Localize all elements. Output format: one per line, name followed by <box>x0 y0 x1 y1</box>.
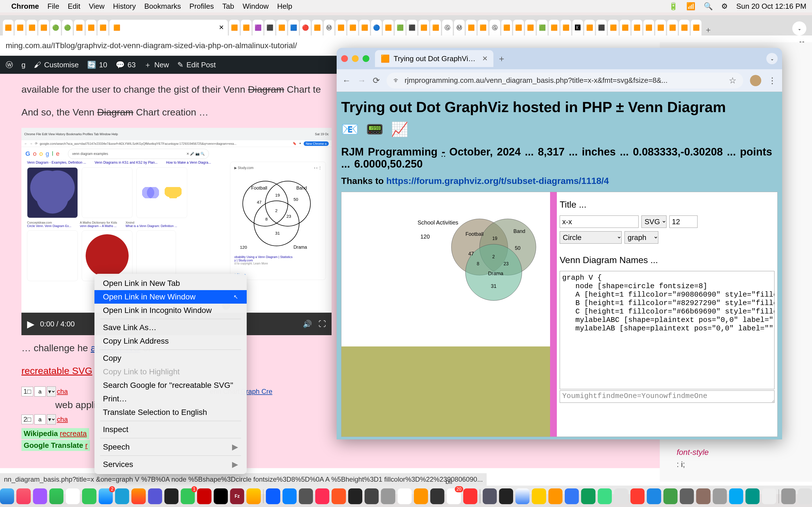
dock-trash[interactable] <box>798 489 812 504</box>
dock-app[interactable] <box>696 489 710 504</box>
tab-favicon[interactable]: 🟩 <box>395 20 405 36</box>
tab-favicon[interactable]: 🟧 <box>383 20 394 36</box>
maximize-window-icon[interactable] <box>363 55 369 62</box>
row2-select[interactable]: ▾ <box>47 414 56 425</box>
control-center-icon[interactable]: ⚙ <box>721 2 728 11</box>
tab-favicon[interactable]: 🟧 <box>560 20 571 36</box>
wp-comments[interactable]: 💬63 <box>116 61 136 69</box>
dock-app[interactable] <box>246 489 260 504</box>
gt-link[interactable]: r <box>85 441 88 450</box>
menubar-app[interactable]: Chrome <box>11 2 39 11</box>
dock-maps[interactable] <box>115 489 129 504</box>
tab-favicon[interactable]: 🟧 <box>98 20 108 36</box>
dock-appstore[interactable] <box>283 489 297 504</box>
dock-calendar[interactable]: 20 <box>447 489 461 504</box>
tab-list-dropdown[interactable]: ⌄ <box>792 21 806 36</box>
tab-favicon[interactable]: Ⓖ <box>490 20 500 36</box>
row2-input[interactable] <box>35 414 46 425</box>
fmt-select[interactable]: SVG <box>642 216 666 228</box>
dock-messages[interactable] <box>82 489 96 504</box>
tab-favicon[interactable]: 🟧 <box>513 20 524 36</box>
dock-downloads[interactable] <box>781 489 795 504</box>
dock-app[interactable] <box>197 489 211 504</box>
dock-settings[interactable] <box>299 489 313 504</box>
ctx-save-link[interactable]: Save Link As… <box>94 321 247 334</box>
tab-close-icon[interactable]: ✕ <box>482 55 488 62</box>
dock-android[interactable] <box>598 489 612 504</box>
dock-firefox[interactable] <box>332 489 346 504</box>
tab-favicon[interactable]: 🟧 <box>679 20 690 36</box>
tab-close-icon[interactable]: ✕ <box>219 24 224 31</box>
dock-app[interactable] <box>746 489 760 504</box>
shape-select[interactable]: Circle <box>560 231 622 244</box>
battery-icon[interactable]: 🔋 <box>669 2 678 11</box>
menu-view[interactable]: View <box>89 2 105 11</box>
tab-favicon[interactable]: 🔴 <box>300 20 311 36</box>
dock-tv[interactable] <box>348 489 362 504</box>
ctx-copy[interactable]: Copy <box>94 351 247 365</box>
dock-photos[interactable] <box>132 489 146 504</box>
tab-favicon[interactable]: 🟧 <box>631 20 642 36</box>
menubar-clock[interactable]: Sun 20 Oct 12:16 PM <box>736 2 806 11</box>
tab-favicon[interactable]: 🟧 <box>336 20 346 36</box>
tab-favicon[interactable]: 🟧 <box>312 20 322 36</box>
tab-favicon[interactable]: 🟢 <box>50 20 61 36</box>
wp-customise[interactable]: 🖌Customise <box>34 61 79 69</box>
graphtype-select[interactable]: graph <box>624 231 658 244</box>
dock-app[interactable] <box>680 489 694 504</box>
dock-launchpad[interactable] <box>164 489 179 504</box>
front-tab-list[interactable]: ⌄ <box>766 53 777 64</box>
row1-link-cha[interactable]: cha <box>57 388 68 395</box>
dock-app[interactable] <box>548 489 562 504</box>
tab-favicon[interactable]: 🟩 <box>537 20 548 36</box>
ctx-open-new-tab[interactable]: Open Link in New Tab <box>94 277 247 290</box>
find-replace-field[interactable]: YoumightfindmeOne=YounowfindmeOne <box>560 390 774 403</box>
close-window-icon[interactable] <box>341 55 348 62</box>
menu-bookmarks[interactable]: Bookmarks <box>144 2 181 11</box>
dock-app[interactable] <box>565 489 579 504</box>
dock-app[interactable] <box>663 489 677 504</box>
profile-avatar[interactable] <box>750 75 761 86</box>
dock-filezilla[interactable]: Fz <box>230 489 244 504</box>
dock-app[interactable] <box>398 489 412 504</box>
tab-favicon[interactable]: 🟧 <box>347 20 358 36</box>
dock-app[interactable] <box>381 489 395 504</box>
ctx-translate[interactable]: Translate Selection to English <box>94 406 247 419</box>
tab-favicon[interactable]: ⬛ <box>407 20 417 36</box>
tab-favicon[interactable]: 🟧 <box>466 20 476 36</box>
tab-favicon[interactable]: 🟧 <box>74 20 85 36</box>
tab-active[interactable]: 🟧 ✕ <box>109 20 228 36</box>
divider-bar[interactable] <box>550 192 557 437</box>
menu-history[interactable]: History <box>113 2 136 11</box>
dock-finder[interactable] <box>0 489 14 504</box>
dock-opera[interactable] <box>463 489 477 504</box>
tab-favicon[interactable]: 🟧 <box>241 20 252 36</box>
dock-music[interactable] <box>16 489 31 504</box>
forward-icon[interactable]: → <box>357 76 366 86</box>
tab-favicon[interactable]: 🟢 <box>62 20 73 36</box>
spotlight-icon[interactable]: 🔍 <box>704 2 713 11</box>
menu-file[interactable]: File <box>47 2 59 11</box>
back-icon[interactable]: ← <box>342 76 351 86</box>
tab-favicon[interactable]: 🟧 <box>549 20 559 36</box>
fsize-input[interactable] <box>669 216 698 228</box>
tab-favicon[interactable]: 🅺 <box>572 20 583 36</box>
row1-select[interactable]: ▾ <box>47 386 56 397</box>
dock-app[interactable] <box>614 489 628 504</box>
row2-link-cha[interactable]: cha <box>57 415 68 424</box>
tab-favicon[interactable]: 🟧 <box>430 20 441 36</box>
tab-favicon[interactable]: 🟧 <box>477 20 488 36</box>
thanks-link[interactable]: https://forum.graphviz.org/t/subset-diag… <box>386 176 609 186</box>
menu-help[interactable]: Help <box>277 2 292 11</box>
wp-new[interactable]: ＋New <box>144 60 169 70</box>
menu-edit[interactable]: Edit <box>68 2 80 11</box>
dock-app[interactable] <box>762 489 776 504</box>
wiki-link[interactable]: recreata <box>60 429 87 438</box>
ctx-search-google[interactable]: Search Google for "recreatable SVG" <box>94 379 247 392</box>
front-address-field[interactable]: ᯤ rjmprogramming.com.au/venn_diagram_bas… <box>387 73 743 89</box>
tab-favicon[interactable]: 🟧 <box>620 20 630 36</box>
dock-app[interactable] <box>581 489 595 504</box>
tab-favicon[interactable]: 🟧 <box>667 20 678 36</box>
tab-favicon[interactable]: ⬛ <box>596 20 607 36</box>
ctx-print[interactable]: Print… <box>94 392 247 406</box>
